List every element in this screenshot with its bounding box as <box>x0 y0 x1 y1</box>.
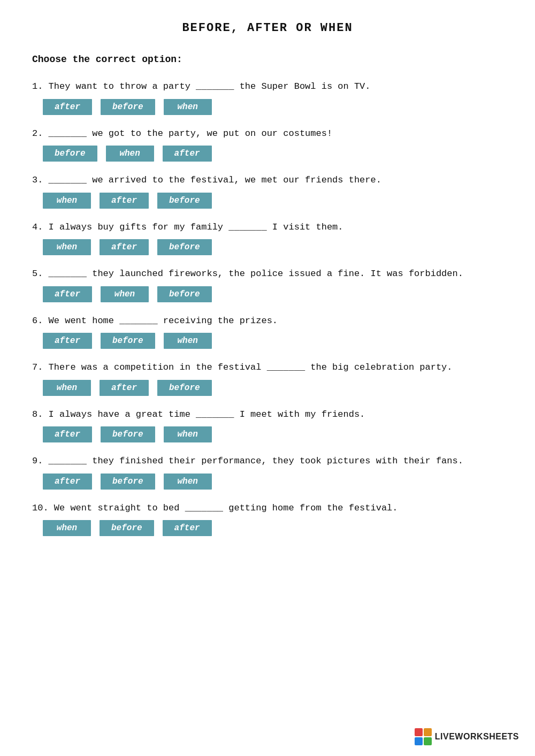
question-6-options: afterbeforewhen <box>43 333 503 349</box>
question-3-option-when[interactable]: when <box>43 193 91 209</box>
question-8: 8. I always have a great time _______ I … <box>32 408 503 443</box>
question-1-option-when[interactable]: when <box>164 99 212 115</box>
question-5: 5. _______ they launched fireworks, the … <box>32 267 503 302</box>
question-8-text: 8. I always have a great time _______ I … <box>32 408 503 422</box>
question-5-options: afterwhenbefore <box>43 286 503 302</box>
instruction: Choose the correct option: <box>32 54 503 65</box>
question-10-option-after[interactable]: after <box>163 520 212 536</box>
question-10: 10. We went straight to bed _______ gett… <box>32 501 503 537</box>
question-2-text: 2. _______ we got to the party, we put o… <box>32 127 503 141</box>
question-10-option-when[interactable]: when <box>43 520 91 536</box>
question-6-text: 6. We went home _______ receiving the pr… <box>32 314 503 328</box>
question-1-option-before[interactable]: before <box>101 99 155 115</box>
question-3-option-before[interactable]: before <box>157 193 212 209</box>
question-10-options: whenbeforeafter <box>43 520 503 536</box>
question-1-text: 1. They want to throw a party _______ th… <box>32 80 503 94</box>
question-10-text: 10. We went straight to bed _______ gett… <box>32 501 503 515</box>
page-title: BEFORE, AFTER OR WHEN <box>32 21 503 35</box>
question-7-option-when[interactable]: when <box>43 380 91 396</box>
question-3: 3. _______ we arrived to the festival, w… <box>32 173 503 209</box>
question-7: 7. There was a competition in the festiv… <box>32 361 503 396</box>
question-5-option-after[interactable]: after <box>43 286 92 302</box>
question-4-options: whenafterbefore <box>43 239 503 255</box>
question-7-option-after[interactable]: after <box>100 380 149 396</box>
logo-icon <box>415 728 432 745</box>
question-9: 9. _______ they finished their performan… <box>32 454 503 490</box>
question-2-options: beforewhenafter <box>43 146 503 162</box>
question-10-option-before[interactable]: before <box>100 520 154 536</box>
question-8-option-after[interactable]: after <box>43 426 92 442</box>
question-1-option-after[interactable]: after <box>43 99 92 115</box>
question-7-option-before[interactable]: before <box>157 380 212 396</box>
question-2-option-when[interactable]: when <box>106 146 154 162</box>
question-9-option-before[interactable]: before <box>101 474 155 490</box>
question-4-option-when[interactable]: when <box>43 239 91 255</box>
question-4-option-before[interactable]: before <box>157 239 212 255</box>
question-3-text: 3. _______ we arrived to the festival, w… <box>32 173 503 187</box>
question-2-option-after[interactable]: after <box>163 146 212 162</box>
question-1-options: afterbeforewhen <box>43 99 503 115</box>
question-8-options: afterbeforewhen <box>43 426 503 442</box>
question-6-option-when[interactable]: when <box>164 333 212 349</box>
question-1: 1. They want to throw a party _______ th… <box>32 80 503 115</box>
question-9-option-when[interactable]: when <box>164 474 212 490</box>
question-6-option-after[interactable]: after <box>43 333 92 349</box>
question-5-text: 5. _______ they launched fireworks, the … <box>32 267 503 281</box>
question-3-options: whenafterbefore <box>43 193 503 209</box>
logo-text: LIVEWORKSHEETS <box>435 732 519 742</box>
question-3-option-after[interactable]: after <box>100 193 149 209</box>
question-9-text: 9. _______ they finished their performan… <box>32 454 503 468</box>
question-2: 2. _______ we got to the party, we put o… <box>32 127 503 162</box>
question-8-option-when[interactable]: when <box>164 426 212 442</box>
question-6: 6. We went home _______ receiving the pr… <box>32 314 503 349</box>
question-2-option-before[interactable]: before <box>43 146 97 162</box>
question-5-option-when[interactable]: when <box>101 286 149 302</box>
question-7-text: 7. There was a competition in the festiv… <box>32 361 503 375</box>
question-9-options: afterbeforewhen <box>43 474 503 490</box>
question-4: 4. I always buy gifts for my family ____… <box>32 220 503 256</box>
question-8-option-before[interactable]: before <box>101 426 155 442</box>
question-4-text: 4. I always buy gifts for my family ____… <box>32 220 503 234</box>
question-7-options: whenafterbefore <box>43 380 503 396</box>
liveworksheets-logo: LIVEWORKSHEETS <box>415 728 519 745</box>
question-5-option-before[interactable]: before <box>157 286 212 302</box>
question-9-option-after[interactable]: after <box>43 474 92 490</box>
question-4-option-after[interactable]: after <box>100 239 149 255</box>
question-6-option-before[interactable]: before <box>101 333 155 349</box>
